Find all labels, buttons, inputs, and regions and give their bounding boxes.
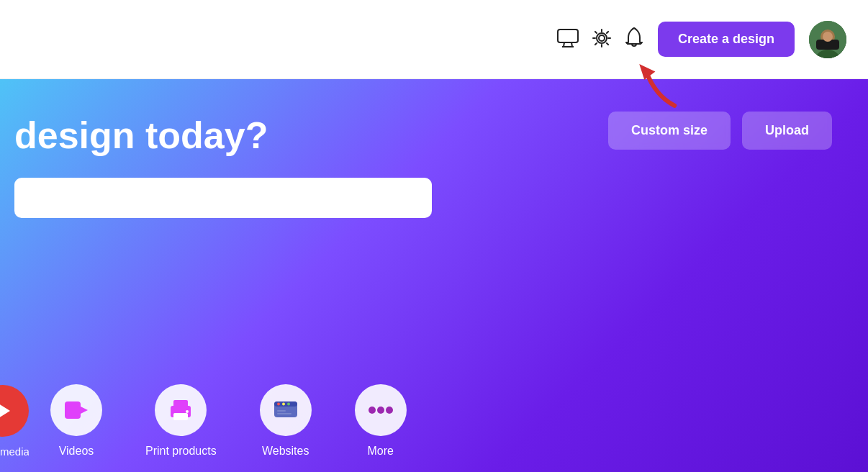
monitor-icon[interactable]: [557, 29, 579, 50]
settings-icon[interactable]: [592, 28, 612, 51]
svg-point-21: [277, 403, 280, 406]
print-products-icon-circle: [155, 384, 207, 436]
svg-point-26: [369, 407, 376, 414]
search-input[interactable]: [14, 178, 432, 218]
videos-icon-circle: [50, 384, 102, 436]
banner-content: Custom size Upload design today? media: [0, 79, 868, 472]
svg-point-27: [377, 407, 384, 414]
more-icon-circle: [355, 384, 407, 436]
print-products-label: Print products: [145, 445, 217, 458]
category-icon-row: media Videos: [0, 370, 868, 472]
svg-point-18: [186, 410, 189, 413]
videos-item[interactable]: Videos: [29, 370, 124, 472]
avatar-image: [809, 21, 846, 58]
bell-icon[interactable]: [625, 27, 643, 52]
header: Create a design: [0, 0, 868, 79]
avatar[interactable]: [809, 21, 846, 58]
social-media-label: media: [0, 445, 29, 458]
upload-button[interactable]: Upload: [742, 112, 832, 150]
svg-point-22: [282, 403, 285, 406]
more-label: More: [367, 445, 393, 458]
svg-marker-12: [0, 404, 10, 418]
more-item[interactable]: More: [333, 370, 428, 472]
social-media-icon-circle: [0, 385, 29, 437]
svg-rect-25: [277, 413, 291, 414]
svg-rect-16: [173, 400, 188, 407]
videos-label: Videos: [59, 445, 94, 458]
svg-point-23: [287, 403, 290, 406]
websites-label: Websites: [262, 445, 309, 458]
main-banner: Custom size Upload design today? media: [0, 79, 868, 472]
svg-point-28: [386, 407, 393, 414]
svg-rect-13: [65, 401, 81, 419]
svg-point-4: [599, 35, 605, 41]
svg-rect-0: [558, 30, 578, 42]
custom-size-button[interactable]: Custom size: [608, 112, 731, 150]
social-media-item-partial[interactable]: media: [0, 371, 29, 472]
banner-action-buttons: Custom size Upload: [608, 112, 832, 150]
websites-icon-circle: [260, 384, 312, 436]
websites-item[interactable]: Websites: [238, 370, 333, 472]
create-design-button[interactable]: Create a design: [658, 22, 795, 57]
svg-point-10: [823, 32, 833, 42]
svg-marker-14: [81, 407, 88, 414]
print-products-item[interactable]: Print products: [124, 370, 238, 472]
header-icon-group: [557, 27, 643, 52]
svg-marker-11: [639, 64, 655, 80]
svg-rect-17: [173, 413, 188, 420]
svg-rect-24: [277, 410, 286, 412]
